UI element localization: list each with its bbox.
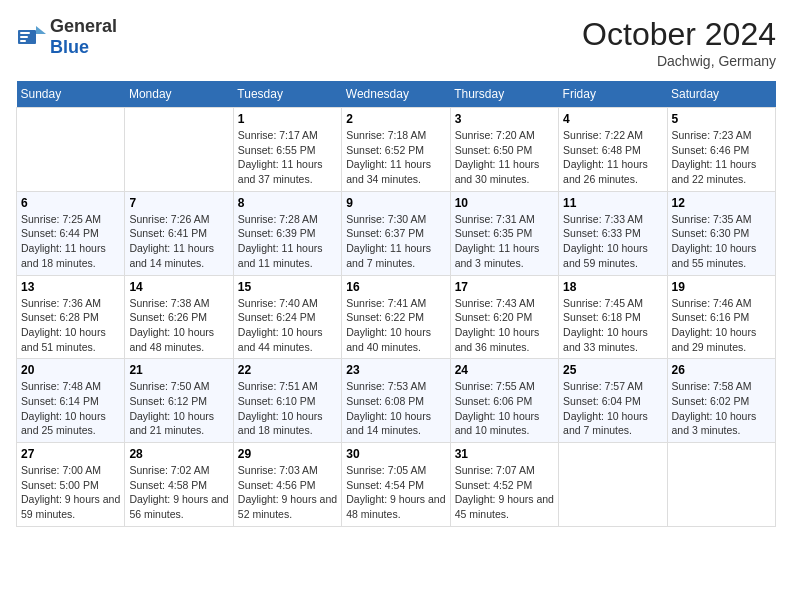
- day-info: Sunrise: 7:41 AMSunset: 6:22 PMDaylight:…: [346, 296, 445, 355]
- svg-rect-2: [20, 32, 30, 34]
- day-number: 27: [21, 447, 120, 461]
- day-number: 11: [563, 196, 662, 210]
- table-row: 7Sunrise: 7:26 AMSunset: 6:41 PMDaylight…: [125, 191, 233, 275]
- page-header: General Blue October 2024 Dachwig, Germa…: [16, 16, 776, 69]
- calendar-header-row: Sunday Monday Tuesday Wednesday Thursday…: [17, 81, 776, 108]
- day-info: Sunrise: 7:48 AMSunset: 6:14 PMDaylight:…: [21, 379, 120, 438]
- day-number: 22: [238, 363, 337, 377]
- day-info: Sunrise: 7:00 AMSunset: 5:00 PMDaylight:…: [21, 463, 120, 522]
- day-info: Sunrise: 7:18 AMSunset: 6:52 PMDaylight:…: [346, 128, 445, 187]
- day-info: Sunrise: 7:22 AMSunset: 6:48 PMDaylight:…: [563, 128, 662, 187]
- table-row: 14Sunrise: 7:38 AMSunset: 6:26 PMDayligh…: [125, 275, 233, 359]
- table-row: 19Sunrise: 7:46 AMSunset: 6:16 PMDayligh…: [667, 275, 775, 359]
- day-number: 17: [455, 280, 554, 294]
- table-row: 10Sunrise: 7:31 AMSunset: 6:35 PMDayligh…: [450, 191, 558, 275]
- day-number: 3: [455, 112, 554, 126]
- logo: General Blue: [16, 16, 117, 58]
- table-row: 29Sunrise: 7:03 AMSunset: 4:56 PMDayligh…: [233, 443, 341, 527]
- table-row: 15Sunrise: 7:40 AMSunset: 6:24 PMDayligh…: [233, 275, 341, 359]
- day-info: Sunrise: 7:30 AMSunset: 6:37 PMDaylight:…: [346, 212, 445, 271]
- day-number: 28: [129, 447, 228, 461]
- svg-marker-1: [36, 26, 46, 34]
- day-info: Sunrise: 7:38 AMSunset: 6:26 PMDaylight:…: [129, 296, 228, 355]
- day-number: 10: [455, 196, 554, 210]
- day-number: 9: [346, 196, 445, 210]
- svg-rect-3: [20, 36, 28, 38]
- day-info: Sunrise: 7:45 AMSunset: 6:18 PMDaylight:…: [563, 296, 662, 355]
- day-info: Sunrise: 7:50 AMSunset: 6:12 PMDaylight:…: [129, 379, 228, 438]
- title-block: October 2024 Dachwig, Germany: [582, 16, 776, 69]
- table-row: 9Sunrise: 7:30 AMSunset: 6:37 PMDaylight…: [342, 191, 450, 275]
- day-number: 24: [455, 363, 554, 377]
- day-info: Sunrise: 7:57 AMSunset: 6:04 PMDaylight:…: [563, 379, 662, 438]
- table-row: 1Sunrise: 7:17 AMSunset: 6:55 PMDaylight…: [233, 108, 341, 192]
- day-number: 26: [672, 363, 771, 377]
- table-row: 28Sunrise: 7:02 AMSunset: 4:58 PMDayligh…: [125, 443, 233, 527]
- day-info: Sunrise: 7:17 AMSunset: 6:55 PMDaylight:…: [238, 128, 337, 187]
- table-row: 21Sunrise: 7:50 AMSunset: 6:12 PMDayligh…: [125, 359, 233, 443]
- day-info: Sunrise: 7:51 AMSunset: 6:10 PMDaylight:…: [238, 379, 337, 438]
- table-row: [559, 443, 667, 527]
- logo-blue: Blue: [50, 37, 89, 57]
- week-row-2: 13Sunrise: 7:36 AMSunset: 6:28 PMDayligh…: [17, 275, 776, 359]
- table-row: 6Sunrise: 7:25 AMSunset: 6:44 PMDaylight…: [17, 191, 125, 275]
- day-number: 31: [455, 447, 554, 461]
- day-info: Sunrise: 7:05 AMSunset: 4:54 PMDaylight:…: [346, 463, 445, 522]
- day-number: 6: [21, 196, 120, 210]
- day-number: 4: [563, 112, 662, 126]
- table-row: 4Sunrise: 7:22 AMSunset: 6:48 PMDaylight…: [559, 108, 667, 192]
- col-wednesday: Wednesday: [342, 81, 450, 108]
- day-number: 15: [238, 280, 337, 294]
- day-info: Sunrise: 7:23 AMSunset: 6:46 PMDaylight:…: [672, 128, 771, 187]
- day-number: 1: [238, 112, 337, 126]
- day-number: 7: [129, 196, 228, 210]
- day-info: Sunrise: 7:25 AMSunset: 6:44 PMDaylight:…: [21, 212, 120, 271]
- table-row: 25Sunrise: 7:57 AMSunset: 6:04 PMDayligh…: [559, 359, 667, 443]
- day-info: Sunrise: 7:33 AMSunset: 6:33 PMDaylight:…: [563, 212, 662, 271]
- col-thursday: Thursday: [450, 81, 558, 108]
- table-row: 18Sunrise: 7:45 AMSunset: 6:18 PMDayligh…: [559, 275, 667, 359]
- col-friday: Friday: [559, 81, 667, 108]
- month-title: October 2024: [582, 16, 776, 53]
- day-info: Sunrise: 7:40 AMSunset: 6:24 PMDaylight:…: [238, 296, 337, 355]
- table-row: 11Sunrise: 7:33 AMSunset: 6:33 PMDayligh…: [559, 191, 667, 275]
- col-tuesday: Tuesday: [233, 81, 341, 108]
- table-row: 30Sunrise: 7:05 AMSunset: 4:54 PMDayligh…: [342, 443, 450, 527]
- table-row: [17, 108, 125, 192]
- day-info: Sunrise: 7:55 AMSunset: 6:06 PMDaylight:…: [455, 379, 554, 438]
- day-info: Sunrise: 7:36 AMSunset: 6:28 PMDaylight:…: [21, 296, 120, 355]
- day-info: Sunrise: 7:28 AMSunset: 6:39 PMDaylight:…: [238, 212, 337, 271]
- week-row-3: 20Sunrise: 7:48 AMSunset: 6:14 PMDayligh…: [17, 359, 776, 443]
- day-number: 5: [672, 112, 771, 126]
- day-info: Sunrise: 7:31 AMSunset: 6:35 PMDaylight:…: [455, 212, 554, 271]
- table-row: [667, 443, 775, 527]
- day-number: 8: [238, 196, 337, 210]
- day-info: Sunrise: 7:53 AMSunset: 6:08 PMDaylight:…: [346, 379, 445, 438]
- day-info: Sunrise: 7:46 AMSunset: 6:16 PMDaylight:…: [672, 296, 771, 355]
- day-info: Sunrise: 7:07 AMSunset: 4:52 PMDaylight:…: [455, 463, 554, 522]
- logo-icon: [18, 26, 46, 48]
- day-number: 2: [346, 112, 445, 126]
- day-number: 18: [563, 280, 662, 294]
- day-number: 12: [672, 196, 771, 210]
- table-row: 3Sunrise: 7:20 AMSunset: 6:50 PMDaylight…: [450, 108, 558, 192]
- day-number: 19: [672, 280, 771, 294]
- calendar-table: Sunday Monday Tuesday Wednesday Thursday…: [16, 81, 776, 527]
- table-row: 5Sunrise: 7:23 AMSunset: 6:46 PMDaylight…: [667, 108, 775, 192]
- svg-rect-4: [20, 40, 26, 42]
- table-row: 13Sunrise: 7:36 AMSunset: 6:28 PMDayligh…: [17, 275, 125, 359]
- day-info: Sunrise: 7:20 AMSunset: 6:50 PMDaylight:…: [455, 128, 554, 187]
- day-number: 16: [346, 280, 445, 294]
- table-row: [125, 108, 233, 192]
- logo-text: General Blue: [50, 16, 117, 58]
- table-row: 2Sunrise: 7:18 AMSunset: 6:52 PMDaylight…: [342, 108, 450, 192]
- day-number: 29: [238, 447, 337, 461]
- week-row-0: 1Sunrise: 7:17 AMSunset: 6:55 PMDaylight…: [17, 108, 776, 192]
- table-row: 17Sunrise: 7:43 AMSunset: 6:20 PMDayligh…: [450, 275, 558, 359]
- day-info: Sunrise: 7:43 AMSunset: 6:20 PMDaylight:…: [455, 296, 554, 355]
- day-number: 25: [563, 363, 662, 377]
- day-info: Sunrise: 7:35 AMSunset: 6:30 PMDaylight:…: [672, 212, 771, 271]
- table-row: 24Sunrise: 7:55 AMSunset: 6:06 PMDayligh…: [450, 359, 558, 443]
- table-row: 27Sunrise: 7:00 AMSunset: 5:00 PMDayligh…: [17, 443, 125, 527]
- day-info: Sunrise: 7:26 AMSunset: 6:41 PMDaylight:…: [129, 212, 228, 271]
